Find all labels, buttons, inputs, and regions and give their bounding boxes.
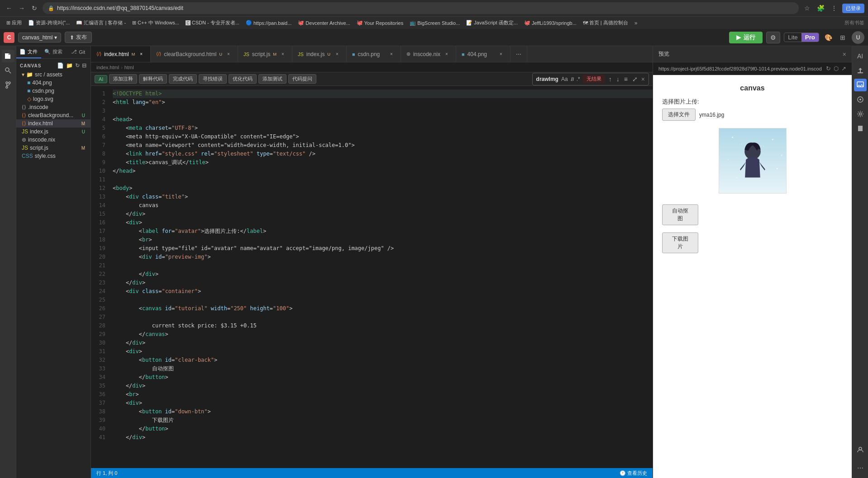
bookmark-9[interactable]: 📝 JavaScript 函数定... xyxy=(463,19,520,27)
optimize-code-button[interactable]: 优化代码 xyxy=(229,74,257,84)
tab-close-4[interactable]: × xyxy=(388,51,395,58)
star-button[interactable]: ☆ xyxy=(801,3,812,14)
forward-button[interactable]: → xyxy=(16,3,27,14)
color-theme-button[interactable]: 🎨 xyxy=(823,32,834,43)
refresh-tree-button[interactable]: ↻ xyxy=(75,62,80,69)
file-tab-git[interactable]: ⎇ Git xyxy=(66,46,91,58)
code-content[interactable]: <!DOCTYPE html><html lang="en"> <head> <… xyxy=(109,86,653,468)
search-close-button[interactable]: × xyxy=(641,76,645,83)
tree-item-inscode[interactable]: ⟨⟩ .inscode xyxy=(16,103,91,111)
tab-close-1[interactable]: × xyxy=(225,51,232,58)
extension-button[interactable]: 🧩 xyxy=(815,3,826,14)
search-next-button[interactable]: ↓ xyxy=(615,75,620,84)
add-tests-button[interactable]: 添加测试 xyxy=(258,74,286,84)
file-tab-search[interactable]: 🔍 搜索 xyxy=(41,46,66,58)
right-icon-settings[interactable] xyxy=(854,108,867,120)
tree-item-clearbg[interactable]: ⟨⟩ clearBackground... U xyxy=(16,111,91,119)
explain-code-button[interactable]: 解释代码 xyxy=(139,74,167,84)
bookmark-2[interactable]: 📖 汇编语言 | 客存储 - xyxy=(73,19,129,27)
editor-tab-scriptjs[interactable]: JS script.js M × xyxy=(238,46,292,62)
tree-item-inscodenix[interactable]: ⊛ inscode.nix xyxy=(16,136,91,144)
collapse-tree-button[interactable]: ⊟ xyxy=(82,62,87,69)
pro-button[interactable]: Pro xyxy=(801,33,819,42)
address-bar[interactable]: 🔒 https://inscode.csdn.net/@qq_38870145/… xyxy=(43,2,799,14)
editor-tab-csdnpng[interactable]: ■ csdn.png × xyxy=(347,46,401,62)
tree-item-stylecss[interactable]: CSS style.css xyxy=(16,152,91,160)
sidebar-item-search[interactable] xyxy=(2,64,14,77)
avatar[interactable]: U xyxy=(852,31,864,44)
run-settings-button[interactable]: ⚙ xyxy=(766,32,780,43)
tree-item-src[interactable]: ▾ 📁 src / assets xyxy=(16,71,91,79)
sidebar-item-git[interactable] xyxy=(2,79,14,91)
editor-tab-more[interactable]: ⋯ xyxy=(510,46,527,62)
preview-choose-file-button[interactable]: 选择文件 xyxy=(662,109,696,121)
tree-item-csdnpng[interactable]: ■ csdn.png xyxy=(22,87,91,95)
tab-close-2[interactable]: × xyxy=(279,51,286,58)
bookmark-1[interactable]: 📄 资源-跨境叫("... xyxy=(25,19,72,27)
tree-item-logosvg[interactable]: ◇ logo.svg xyxy=(22,95,91,103)
bookmark-11[interactable]: 🗺 首页 | 高德控制台 xyxy=(580,19,631,27)
bookmark-your-repos[interactable]: 🐙 Your Repositories xyxy=(354,19,406,27)
tree-item-404png[interactable]: ■ 404.png xyxy=(22,79,91,87)
editor-tab-404png[interactable]: ■ 404.png × xyxy=(456,46,510,62)
refresh-button[interactable]: ↻ xyxy=(29,3,40,14)
ai-button[interactable]: AI xyxy=(95,75,107,83)
bookmarks-more-button[interactable]: » xyxy=(632,19,640,27)
bookmark-5[interactable]: 🔵 https://pan.baid... xyxy=(243,19,294,27)
bookmark-8[interactable]: 📺 BigScreen Studio... xyxy=(407,19,463,27)
new-folder-button[interactable]: 📁 xyxy=(66,62,73,69)
auto-remove-bg-button[interactable]: 自动抠图 xyxy=(662,204,698,225)
tab-close-5[interactable]: × xyxy=(443,51,450,58)
preview-close-button[interactable]: × xyxy=(843,51,846,58)
tab-close-3[interactable]: × xyxy=(334,51,341,58)
lite-button[interactable]: Lite xyxy=(784,33,801,42)
search-list-button[interactable]: ≡ xyxy=(623,75,629,84)
run-button[interactable]: ▶ 运行 xyxy=(729,32,763,43)
search-expand-button[interactable]: ⤢ xyxy=(631,75,639,84)
code-editor[interactable]: 1234567891011121314151617181920212223242… xyxy=(91,86,653,468)
bookmark-10[interactable]: 🐙 JeffLi1993/springb... xyxy=(521,19,579,27)
bookmark-3[interactable]: ⊞ C++ 中 Windows... xyxy=(129,19,182,27)
right-icon-more[interactable]: ⋯ xyxy=(854,462,867,474)
find-errors-button[interactable]: 寻找错误 xyxy=(199,74,227,84)
add-comment-button[interactable]: 添加注释 xyxy=(109,74,137,84)
preview-open-button[interactable]: ↗ xyxy=(841,65,846,72)
tree-item-scriptjs[interactable]: JS script.js M xyxy=(16,144,91,152)
all-bookmarks-button[interactable]: 所有书签 xyxy=(844,19,864,26)
back-button[interactable]: ← xyxy=(4,3,14,14)
layout-button[interactable]: ⊞ xyxy=(837,32,848,43)
editor-tab-inscodenix[interactable]: ⊛ inscode.nix × xyxy=(401,46,456,62)
editor-tab-indexhtml[interactable]: ⟨/⟩ index.html M × xyxy=(91,46,151,62)
right-icon-user[interactable] xyxy=(854,444,867,456)
tree-item-indexjs[interactable]: JS index.js U xyxy=(16,128,91,136)
complete-code-button[interactable]: 完成代码 xyxy=(169,74,197,84)
bookmark-4[interactable]: 🅲 CSDN - 专业开发者... xyxy=(183,19,242,27)
bookmark-6[interactable]: 🐙 Devcenter Archive... xyxy=(295,19,353,27)
right-icon-preview[interactable] xyxy=(854,79,867,91)
editor-tab-clearbg[interactable]: ⟨/⟩ clearBackground.html U × xyxy=(151,46,238,62)
code-question-button[interactable]: 代码提问 xyxy=(288,74,316,84)
breadcrumb-indexhtml[interactable]: index.html xyxy=(96,65,119,70)
download-image-button[interactable]: 下载图片 xyxy=(662,232,698,253)
right-icon-doc[interactable] xyxy=(854,122,867,135)
bookmark-apps[interactable]: ⊞ 应用 xyxy=(4,19,24,27)
right-icon-ai[interactable]: AI xyxy=(854,50,867,62)
right-icon-debug[interactable] xyxy=(854,93,867,106)
settings-button[interactable]: ⋮ xyxy=(829,3,839,14)
tab-close-6[interactable]: × xyxy=(497,51,505,58)
history-button[interactable]: 🕐 查看历史 xyxy=(620,470,647,477)
search-prev-button[interactable]: ↑ xyxy=(608,75,613,84)
file-tab-files[interactable]: 📄 文件 xyxy=(16,46,41,58)
right-icon-upload[interactable] xyxy=(854,64,867,77)
preview-refresh-button[interactable]: ↻ xyxy=(826,65,831,72)
publish-button[interactable]: ⬆ 发布 xyxy=(65,32,92,43)
preview-external-button[interactable]: ⬡ xyxy=(834,65,839,72)
tab-close-0[interactable]: × xyxy=(138,51,145,58)
tree-item-indexhtml[interactable]: ⟨⟩ index.html M xyxy=(16,119,91,128)
lite-pro-toggle[interactable]: Lite Pro xyxy=(784,33,819,42)
project-selector[interactable]: canvas_html ▾ xyxy=(18,33,61,43)
sidebar-item-files[interactable] xyxy=(2,50,14,62)
editor-tab-indexjs[interactable]: JS index.js U × xyxy=(292,46,347,62)
new-file-button[interactable]: 📄 xyxy=(57,62,64,69)
profile-button[interactable]: 已登录 xyxy=(842,4,864,13)
